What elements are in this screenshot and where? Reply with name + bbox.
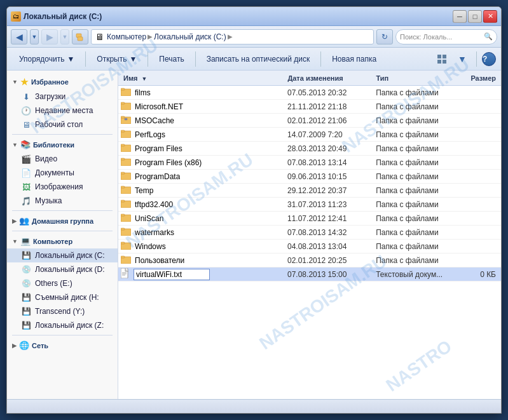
- network-header[interactable]: ▶ 🌐 Сеть: [7, 338, 118, 353]
- maximize-button[interactable]: □: [468, 10, 482, 23]
- homegroup-section: ▶ 👥 Домашняя группа: [7, 213, 118, 228]
- path-segment-drive[interactable]: Локальный диск (C:): [154, 32, 226, 41]
- column-header-size[interactable]: Размер: [453, 74, 501, 82]
- file-cell-type: Папка с файлами: [371, 144, 453, 153]
- table-row[interactable]: films 07.05.2013 20:32 Папка с файлами: [118, 86, 501, 100]
- column-header-type[interactable]: Тип: [371, 74, 453, 82]
- sidebar-item-drive-d[interactable]: 💿 Локальный диск (D:: [7, 262, 118, 276]
- sidebar-item-downloads[interactable]: ⬇ Загрузки: [7, 90, 118, 104]
- sidebar-item-images[interactable]: 🖼 Изображения: [7, 180, 118, 194]
- burn-button[interactable]: Записать на оптический диск: [200, 50, 317, 68]
- path-dropdown[interactable]: ▶: [228, 33, 233, 40]
- back-button[interactable]: ◀: [11, 29, 27, 44]
- svg-rect-1: [78, 37, 83, 41]
- svg-rect-26: [121, 214, 125, 216]
- close-button[interactable]: ✕: [483, 10, 497, 23]
- table-row[interactable]: UniScan 11.07.2012 12:41 Папка с файлами: [118, 212, 501, 226]
- up-button[interactable]: [72, 29, 88, 44]
- toolbar-separator-3: [195, 51, 196, 67]
- file-cell-name: Program Files (x86): [118, 157, 282, 168]
- table-row[interactable]: tftpd32.400 31.07.2013 11:23 Папка с фай…: [118, 198, 501, 212]
- print-label: Печать: [159, 55, 184, 64]
- address-path-bar[interactable]: 🖥 Компьютер ▶ Локальный диск (C:) ▶: [91, 29, 374, 44]
- file-cell-date: 14.07.2009 7:20: [282, 130, 371, 139]
- open-button[interactable]: Открыть ▼: [90, 50, 144, 68]
- table-row[interactable]: Microsoft.NET 21.11.2012 21:18 Папка с ф…: [118, 100, 501, 114]
- file-cell-date: 28.03.2013 20:49: [282, 144, 371, 153]
- column-header-date[interactable]: Дата изменения: [282, 74, 371, 82]
- sidebar-item-drive-c[interactable]: 💾 Локальный диск (C:: [7, 248, 118, 262]
- forward-button[interactable]: ▶: [41, 29, 58, 44]
- sidebar-item-recent[interactable]: 🕐 Недавние места: [7, 104, 118, 118]
- view-dropdown-button[interactable]: ▼: [453, 50, 471, 68]
- file-icon: [121, 241, 131, 252]
- homegroup-header[interactable]: ▶ 👥 Домашняя группа: [7, 213, 118, 228]
- downloads-icon: ⬇: [21, 91, 31, 102]
- svg-rect-20: [121, 172, 125, 174]
- file-cell-name: ProgramData: [118, 171, 282, 182]
- table-row[interactable]: Temp 29.12.2012 20:37 Папка с файлами: [118, 184, 501, 198]
- column-header-name[interactable]: Имя ▼: [118, 74, 282, 82]
- file-cell-name: Microsoft.NET: [118, 101, 282, 112]
- search-box[interactable]: Поиск: Локаль... 🔍: [395, 29, 497, 44]
- view-toggle-button[interactable]: [433, 50, 451, 68]
- print-button[interactable]: Печать: [152, 50, 191, 68]
- sidebar-item-drive-z[interactable]: 💾 Локальный диск (Z:: [7, 318, 118, 332]
- file-icon: [121, 143, 131, 154]
- computer-arrow: ▼: [12, 238, 18, 245]
- sidebar-item-music[interactable]: 🎵 Музыка: [7, 194, 118, 208]
- forward-dropdown[interactable]: ▼: [60, 29, 69, 44]
- favorites-header[interactable]: ▼ ★ Избранное: [7, 74, 118, 90]
- file-cell-type: Папка с файлами: [371, 242, 453, 251]
- file-name-text: watermarks: [135, 228, 174, 237]
- search-placeholder: Поиск: Локаль...: [400, 33, 452, 41]
- file-cell-type: Папка с файлами: [371, 158, 453, 167]
- new-folder-button[interactable]: Новая папка: [325, 50, 383, 68]
- table-row[interactable]: watermarks 07.08.2013 14:32 Папка с файл…: [118, 226, 501, 240]
- drive-z-icon: 💾: [21, 320, 31, 330]
- svg-rect-2: [437, 55, 441, 58]
- file-cell-type: Папка с файлами: [371, 130, 453, 139]
- images-icon: 🖼: [21, 182, 31, 192]
- sidebar-item-video[interactable]: 🎬 Видео: [7, 152, 118, 166]
- table-row[interactable]: Program Files 28.03.2013 20:49 Папка с ф…: [118, 142, 501, 156]
- organize-button[interactable]: Упорядочить ▼: [12, 50, 81, 68]
- minimize-button[interactable]: ─: [453, 10, 467, 23]
- table-row[interactable]: Пользователи 02.01.2012 20:25 Папка с фа…: [118, 254, 501, 268]
- window-icon: 🗂: [11, 11, 21, 22]
- file-cell-date: 07.08.2013 13:14: [282, 158, 371, 167]
- path-arrow-1: ▶: [148, 33, 153, 40]
- toolbar-separator-5: [476, 51, 477, 67]
- back-dropdown[interactable]: ▼: [30, 29, 39, 44]
- path-segment-computer[interactable]: Компьютер: [107, 32, 146, 41]
- help-button[interactable]: ?: [482, 52, 496, 66]
- sidebar-item-drive-e[interactable]: 💿 Others (E:): [7, 276, 118, 290]
- drive-h-label: Съемный диск (H:: [35, 293, 99, 302]
- computer-header[interactable]: ▼ 💻 Компьютер: [7, 234, 118, 248]
- table-row[interactable]: MSOCache 02.01.2012 21:06 Папка с файлам…: [118, 114, 501, 128]
- file-cell-name: tftpd32.400: [118, 199, 282, 210]
- table-row[interactable]: Program Files (x86) 07.08.2013 13:14 Пап…: [118, 156, 501, 170]
- libraries-label: Библиотеки: [33, 141, 74, 149]
- toolbar: Упорядочить ▼ Открыть ▼ Печать Записать …: [7, 48, 501, 71]
- file-cell-type: Папка с файлами: [371, 186, 453, 195]
- file-cell-name: Program Files: [118, 143, 282, 154]
- sidebar-item-drive-y[interactable]: 💾 Transcend (Y:): [7, 304, 118, 318]
- favorites-label: Избранное: [31, 78, 69, 86]
- sidebar-item-drive-h[interactable]: 💾 Съемный диск (H:: [7, 290, 118, 304]
- music-icon: 🎵: [21, 196, 31, 206]
- table-row[interactable]: PerfLogs 14.07.2009 7:20 Папка с файлами: [118, 128, 501, 142]
- recent-icon: 🕐: [21, 105, 31, 116]
- file-cell-type: Папка с файлами: [371, 214, 453, 223]
- file-name-input[interactable]: [134, 269, 210, 280]
- refresh-button[interactable]: ↻: [376, 29, 393, 44]
- table-row[interactable]: Windows 04.08.2013 13:04 Папка с файлами: [118, 240, 501, 254]
- libraries-header[interactable]: ▼ 📚 Библиотеки: [7, 137, 118, 152]
- path-computer-icon: 🖥: [95, 32, 104, 42]
- sidebar-item-documents[interactable]: 📄 Документы: [7, 166, 118, 180]
- libraries-icon: 📚: [20, 140, 31, 149]
- table-row[interactable]: 07.08.2013 15:00 Текстовый докум... 0 КБ: [118, 268, 501, 281]
- sidebar: ▼ ★ Избранное ⬇ Загрузки 🕐 Недавние мест…: [7, 71, 118, 399]
- table-row[interactable]: ProgramData 09.06.2013 10:15 Папка с фай…: [118, 170, 501, 184]
- sidebar-item-desktop[interactable]: 🖥 Рабочий стол: [7, 118, 118, 132]
